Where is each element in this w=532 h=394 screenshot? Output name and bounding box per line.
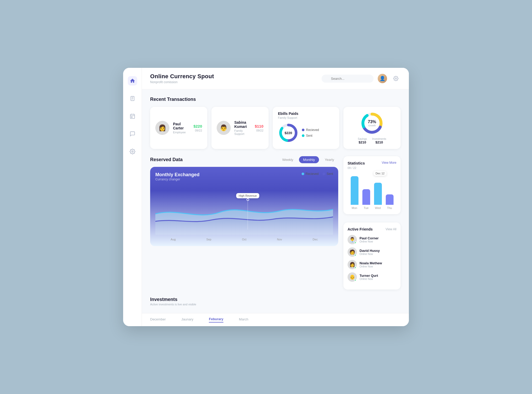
growth-label-wrap: 73% Growth bbox=[368, 120, 376, 127]
ebills-card: Ebills Paids Family Support $220 bbox=[273, 107, 339, 149]
app-title: Online Currency Spout bbox=[150, 73, 214, 80]
bar-thu bbox=[386, 194, 394, 205]
sidebar bbox=[123, 68, 142, 326]
bar-chart-tooltip: Dec 12 bbox=[374, 171, 387, 176]
bar-wed bbox=[374, 183, 382, 205]
friend-status-dot-noala bbox=[354, 267, 357, 269]
friends-title: Active Friends bbox=[348, 227, 373, 231]
transaction-card-sabina: 👨 Sabina Kumari Family Support $110 09/2… bbox=[211, 107, 269, 149]
savings-item: Savings $210 bbox=[358, 137, 367, 144]
paul-amount: $220 bbox=[194, 124, 202, 128]
investments-title: Investments bbox=[150, 297, 401, 302]
paul-name: Paul Carter bbox=[173, 122, 190, 130]
sidebar-item-settings[interactable] bbox=[128, 147, 137, 156]
sabina-name: Sabina Kumari bbox=[234, 120, 251, 129]
bar-col-thu: Thu bbox=[386, 194, 394, 209]
bar-col-tue: Tue bbox=[362, 189, 370, 209]
sabina-date: 09/22 bbox=[255, 129, 263, 132]
paul-label: Employee bbox=[173, 131, 190, 134]
received-label: Recieved bbox=[306, 128, 319, 132]
sent-label: Sent bbox=[306, 134, 312, 137]
chart-card: Monthly Exchanged Currancy changer Recie… bbox=[150, 167, 338, 246]
chart-top-row: Monthly Exchanged Currancy changer Recie… bbox=[155, 172, 333, 189]
settings-button[interactable] bbox=[391, 74, 401, 83]
bar-label-wed: Wed bbox=[375, 206, 381, 209]
app-container: Online Currency Spout Nonprofit comissio… bbox=[123, 68, 409, 326]
x-label-aug: Aug bbox=[171, 238, 176, 241]
stats-header: Statistics View More bbox=[348, 161, 396, 165]
growth-legend: Savings $210 Investments $210 bbox=[358, 137, 386, 144]
growth-donut: 73% Growth bbox=[360, 111, 384, 135]
search-wrap: 🔍 bbox=[322, 75, 374, 83]
bar-label-thu: Thu bbox=[387, 206, 392, 209]
bar-tue bbox=[362, 189, 370, 205]
legend-sent: Sent bbox=[323, 172, 333, 176]
friend-avatar-david: 🧑 bbox=[348, 247, 357, 257]
tab-monthly[interactable]: Monthly bbox=[299, 156, 319, 163]
reserved-left: Reserved Data Weekly Monthly Yearly Mont… bbox=[150, 156, 338, 246]
tab-january[interactable]: Jaunary bbox=[181, 317, 193, 322]
sabina-info: Sabina Kumari Family Support bbox=[234, 120, 251, 135]
main-content: Online Currency Spout Nonprofit comissio… bbox=[142, 68, 409, 326]
x-label-dec: Dec bbox=[313, 238, 318, 241]
stats-view-more[interactable]: View More bbox=[382, 161, 396, 165]
stats-title: Statistics bbox=[348, 161, 365, 165]
x-label-nov: Nov bbox=[277, 238, 282, 241]
chart-tooltip: High Revenue bbox=[236, 193, 260, 198]
tab-weekly[interactable]: Weekly bbox=[278, 156, 297, 163]
svg-rect-4 bbox=[130, 114, 135, 119]
chart-legend: Recieved Sent bbox=[302, 172, 333, 176]
paul-avatar: 👩 bbox=[155, 121, 169, 135]
x-label-sep: Sep bbox=[206, 238, 211, 241]
friends-header: Active Friends View All bbox=[348, 227, 396, 231]
growth-text: Growth bbox=[368, 124, 376, 127]
chart-subtitle: Currancy changer bbox=[155, 178, 200, 181]
sidebar-item-messages[interactable] bbox=[128, 129, 137, 139]
legend-sent-label: Sent bbox=[327, 172, 333, 176]
friend-status-noala: Online Now bbox=[360, 265, 382, 268]
investments-item: Investments $210 bbox=[372, 137, 386, 144]
search-input[interactable] bbox=[322, 75, 374, 83]
growth-percentage: 73% bbox=[368, 120, 376, 124]
stats-date: 09 / 22 bbox=[348, 166, 396, 169]
statistics-card: Statistics View More 09 / 22 Dec 12 bbox=[343, 156, 401, 214]
tab-group: Weekly Monthly Yearly bbox=[278, 156, 338, 163]
tab-march[interactable]: March bbox=[239, 317, 248, 322]
sidebar-item-home[interactable] bbox=[128, 76, 137, 86]
stats-bar-wrap: Dec 12 Mon Tue bbox=[348, 173, 396, 209]
friend-info-paul: Paul Corner Online Now bbox=[360, 236, 379, 243]
tooltip-dot bbox=[247, 198, 249, 201]
sidebar-item-calendar[interactable] bbox=[128, 111, 137, 121]
paul-amount-col: $220 09/22 bbox=[194, 124, 202, 132]
paul-info: Paul Carter Employee bbox=[173, 122, 190, 134]
legend-received-dot bbox=[302, 173, 304, 175]
friends-view-all[interactable]: View All bbox=[385, 227, 396, 231]
investments-value-small: $210 bbox=[372, 140, 386, 144]
tooltip-line bbox=[248, 198, 248, 229]
friend-name-turner: Turner Qurt bbox=[360, 274, 378, 278]
tab-december[interactable]: December bbox=[150, 317, 166, 322]
tab-yearly[interactable]: Yearly bbox=[321, 156, 338, 163]
user-avatar[interactable]: 👤 bbox=[378, 74, 387, 83]
friend-avatar-paul: 👨‍💼 bbox=[348, 235, 357, 244]
chart-x-labels: Aug Sep Oct Nov Dec bbox=[155, 236, 333, 241]
received-legend: Recieved bbox=[302, 128, 319, 132]
friend-item-noala: 👩 Noala Methew Online Now bbox=[348, 260, 396, 269]
sent-legend: Sent bbox=[302, 134, 319, 137]
sidebar-item-documents[interactable] bbox=[128, 94, 137, 103]
friend-info-turner: Turner Qurt Online Now bbox=[360, 274, 378, 280]
reserved-header: Reserved Data Weekly Monthly Yearly bbox=[150, 156, 338, 163]
ebills-legend: Recieved Sent bbox=[302, 128, 319, 137]
friend-status-paul: Online Now bbox=[360, 240, 379, 243]
header-right: 🔍 👤 bbox=[322, 74, 401, 83]
tab-february[interactable]: Feburary bbox=[209, 317, 223, 323]
investments-subtitle: Active investments is live and visible bbox=[150, 303, 401, 306]
sabina-amount-col: $110 09/22 bbox=[255, 124, 263, 132]
chart-svg-container: High Revenue bbox=[155, 193, 333, 236]
ebills-subtitle: Family Support bbox=[278, 116, 334, 119]
friend-info-david: David Hussy Online Now bbox=[360, 249, 380, 255]
investments-label-small: Investments bbox=[372, 137, 386, 140]
header: Online Currency Spout Nonprofit comissio… bbox=[142, 68, 409, 89]
chart-tooltip-wrap: High Revenue bbox=[236, 193, 260, 229]
transactions-section-title: Recent Transactions bbox=[150, 97, 401, 102]
